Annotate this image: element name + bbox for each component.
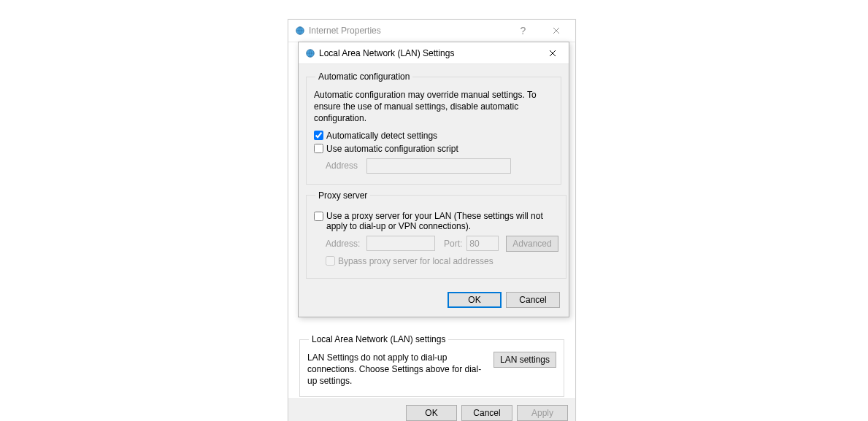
auto-config-description: Automatic configuration may override man… xyxy=(314,89,553,125)
child-title: Local Area Network (LAN) Settings xyxy=(319,48,537,58)
auto-config-legend: Automatic configuration xyxy=(315,72,412,82)
child-button-row: OK Cancel xyxy=(306,285,561,309)
parent-footer: OK Cancel Apply xyxy=(288,398,575,421)
lan-settings-description: LAN Settings do not apply to dial-up con… xyxy=(307,352,486,387)
lan-settings-icon xyxy=(304,47,316,59)
child-close-button[interactable] xyxy=(537,42,569,63)
child-titlebar: Local Area Network (LAN) Settings xyxy=(299,42,569,64)
parent-titlebar: Internet Properties ? xyxy=(288,20,575,42)
child-ok-button[interactable]: OK xyxy=(448,292,502,308)
proxy-address-input xyxy=(366,236,435,251)
auto-detect-row[interactable]: Automatically detect settings xyxy=(314,131,553,141)
bypass-row: Bypass proxy server for local addresses xyxy=(326,256,558,266)
proxy-address-row: Address: Port: Advanced xyxy=(326,236,558,252)
lan-settings-button[interactable]: LAN settings xyxy=(493,352,556,368)
parent-apply-button[interactable]: Apply xyxy=(517,405,568,421)
use-script-label: Use automatic configuration script xyxy=(326,144,458,154)
child-body: Automatic configuration Automatic config… xyxy=(299,64,569,317)
auto-detect-checkbox[interactable] xyxy=(314,131,323,140)
proxy-advanced-button: Advanced xyxy=(506,236,558,252)
script-address-label: Address xyxy=(326,161,362,171)
internet-options-icon xyxy=(294,25,306,36)
lan-settings-legend: Local Area Network (LAN) settings xyxy=(309,334,448,344)
use-proxy-checkbox[interactable] xyxy=(314,212,323,221)
use-script-row[interactable]: Use automatic configuration script xyxy=(314,144,553,154)
lan-section: Local Area Network (LAN) settings LAN Se… xyxy=(299,334,564,397)
auto-config-group: Automatic configuration Automatic config… xyxy=(306,72,561,185)
use-proxy-row[interactable]: Use a proxy server for your LAN (These s… xyxy=(314,211,558,231)
bypass-checkbox xyxy=(326,256,335,266)
lan-settings-dialog: Local Area Network (LAN) Settings Automa… xyxy=(298,42,569,317)
child-cancel-button[interactable]: Cancel xyxy=(506,292,560,308)
script-address-input xyxy=(366,158,511,174)
parent-title: Internet Properties xyxy=(309,26,507,36)
help-button[interactable]: ? xyxy=(507,20,539,41)
use-proxy-label: Use a proxy server for your LAN (These s… xyxy=(326,211,558,231)
script-address-row: Address xyxy=(326,158,553,174)
use-script-checkbox[interactable] xyxy=(314,144,323,153)
parent-cancel-button[interactable]: Cancel xyxy=(461,405,512,421)
lan-settings-group: Local Area Network (LAN) settings LAN Se… xyxy=(299,334,564,397)
proxy-port-label: Port: xyxy=(444,239,462,249)
proxy-group: Proxy server Use a proxy server for your… xyxy=(306,190,566,279)
parent-ok-button[interactable]: OK xyxy=(406,405,457,421)
bypass-label: Bypass proxy server for local addresses xyxy=(338,256,493,266)
parent-close-button[interactable] xyxy=(539,20,572,41)
proxy-address-label: Address: xyxy=(326,239,362,249)
proxy-legend: Proxy server xyxy=(315,190,370,201)
proxy-port-input xyxy=(466,236,499,251)
auto-detect-label: Automatically detect settings xyxy=(326,131,437,141)
